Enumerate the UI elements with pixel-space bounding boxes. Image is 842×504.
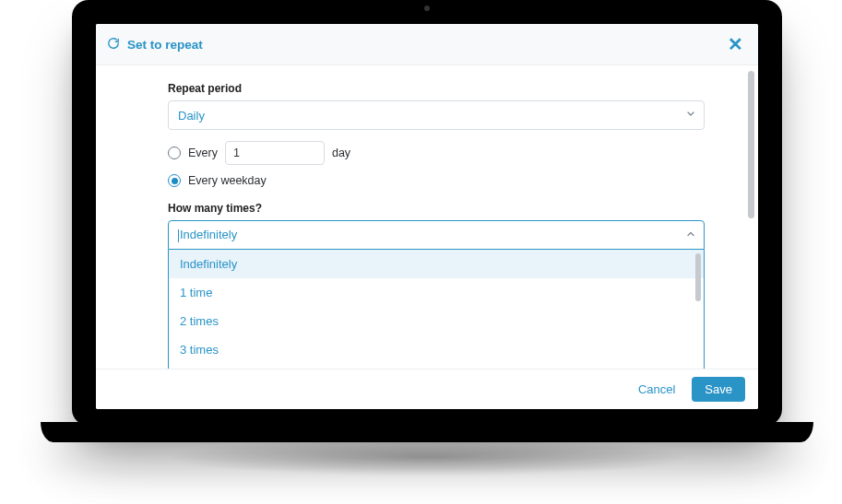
cancel-button[interactable]: Cancel [631, 377, 682, 402]
list-item[interactable]: 1 time [169, 278, 704, 307]
radio-checked-icon [168, 174, 181, 187]
dialog-scrollbar[interactable] [748, 71, 754, 369]
every-label: Every [188, 147, 218, 159]
list-item[interactable]: Indefinitely [169, 250, 704, 278]
laptop-shadow [55, 435, 800, 490]
laptop-frame: Set to repeat ✕ Repeat period Daily Ever… [72, 0, 782, 426]
camera-dot [424, 6, 430, 11]
save-button[interactable]: Save [692, 377, 745, 402]
list-item[interactable]: 4 times [169, 364, 704, 369]
dialog-title-wrap: Set to repeat [107, 37, 203, 53]
how-many-dropdown: Indefinitely 1 time 2 times 3 times 4 ti… [168, 250, 705, 369]
close-button[interactable]: ✕ [726, 33, 745, 55]
how-many-combobox[interactable]: Indefinitely Indefinitely 1 time 2 times… [168, 220, 705, 369]
repeat-period-select[interactable]: Daily [168, 100, 705, 130]
dialog-window: Set to repeat ✕ Repeat period Daily Ever… [96, 24, 758, 409]
dialog-body: Repeat period Daily Every day Every week… [96, 65, 758, 369]
weekday-label: Every weekday [188, 174, 267, 187]
chevron-down-icon [685, 109, 696, 123]
every-count-input[interactable] [225, 141, 325, 165]
laptop-base [41, 422, 813, 442]
how-many-value: Indefinitely [178, 228, 237, 242]
how-many-input[interactable]: Indefinitely [168, 220, 705, 250]
close-icon: ✕ [728, 34, 743, 54]
repeat-period-value: Daily [178, 109, 205, 123]
every-unit: day [332, 147, 350, 159]
list-item[interactable]: 2 times [169, 307, 704, 335]
how-many-label: How many times? [168, 202, 705, 215]
frequency-option-every[interactable]: Every day [168, 141, 705, 165]
frequency-option-weekday[interactable]: Every weekday [168, 174, 705, 187]
dropdown-scrollbar[interactable] [695, 253, 701, 301]
dialog-header: Set to repeat ✕ [96, 24, 758, 65]
chevron-up-icon [685, 227, 696, 243]
dialog-title: Set to repeat [127, 38, 203, 52]
repeat-icon [107, 37, 120, 53]
radio-unchecked-icon [168, 147, 181, 159]
repeat-period-label: Repeat period [168, 82, 705, 95]
scroll-thumb[interactable] [748, 71, 754, 218]
dialog-footer: Cancel Save [96, 369, 758, 409]
text-cursor [178, 229, 179, 242]
list-item[interactable]: 3 times [169, 335, 704, 364]
